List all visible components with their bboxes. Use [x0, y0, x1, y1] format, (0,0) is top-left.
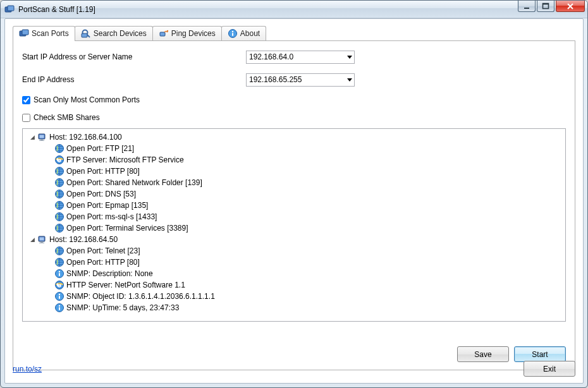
tree-item-row[interactable]: Open Port: Shared Network Folder [139] — [27, 177, 561, 188]
end-ip-value: 192.168.65.255 — [247, 75, 345, 84]
tree-item-label: Open Port: Epmap [135] — [66, 200, 148, 211]
tab-scan-ports[interactable]: Scan Ports — [13, 26, 75, 41]
tree-item-row[interactable]: Open Port: Telnet [23] — [27, 245, 561, 257]
tree-item-row[interactable]: Open Port: Epmap [135] — [27, 200, 561, 211]
ie-icon — [54, 280, 64, 290]
info-icon — [54, 269, 64, 279]
exit-button[interactable]: Exit — [524, 361, 575, 377]
globe-icon — [54, 246, 64, 256]
titlebar[interactable]: PortScan & Stuff [1.19] — [1, 1, 587, 18]
tree-item-label: Open Port: HTTP [80] — [66, 166, 140, 177]
globe-icon — [54, 212, 64, 222]
app-window: PortScan & Stuff [1.19] Scan Ports Searc… — [0, 0, 588, 388]
start-ip-label: Start IP Address or Server Name — [22, 52, 246, 61]
tree-item-label: Open Port: HTTP [80] — [66, 257, 140, 268]
tree-item-label: Open Port: Telnet [23] — [66, 245, 140, 257]
tree-item-row[interactable]: SNMP: Object ID: 1.3.6.1.4.1.2036.6.1.1.… — [27, 291, 561, 302]
tree-item-row[interactable]: FTP Server: Microsoft FTP Service — [27, 154, 561, 166]
globe-icon — [54, 178, 64, 188]
results-tree[interactable]: ◢Host: 192.168.64.100Open Port: FTP [21]… — [22, 128, 566, 322]
globe-icon — [54, 257, 64, 267]
tree-item-label: SNMP: Object ID: 1.3.6.1.4.1.2036.6.1.1.… — [66, 291, 215, 302]
tree-expander-icon[interactable]: ◢ — [29, 131, 35, 143]
tab-label: About — [240, 29, 260, 38]
tree-item-row[interactable]: Open Port: HTTP [80] — [27, 257, 561, 268]
maximize-button[interactable] — [537, 1, 554, 12]
tree-host-label: Host: 192.168.64.50 — [49, 234, 118, 245]
close-button[interactable] — [556, 1, 585, 12]
tree-item-row[interactable]: HTTP Server: NetPort Software 1.1 — [27, 279, 561, 291]
scan-ports-panel: Start IP Address or Server Name 192.168.… — [13, 40, 575, 370]
search-devices-icon — [81, 28, 91, 39]
tree-expander-icon[interactable]: ◢ — [29, 234, 35, 245]
footer-link[interactable]: run.to/sz — [13, 365, 42, 373]
tree-item-row[interactable]: Open Port: Terminal Services [3389] — [27, 222, 561, 234]
app-icon — [4, 4, 15, 15]
tab-ping-devices[interactable]: Ping Devices — [152, 26, 222, 40]
tab-label: Ping Devices — [171, 29, 216, 38]
tree-item-label: Open Port: FTP [21] — [66, 143, 134, 154]
window-controls — [518, 1, 587, 18]
ping-devices-icon — [159, 28, 169, 39]
client-area: Scan Ports Search Devices Ping Devices A… — [4, 18, 584, 384]
tree-item-label: Open Port: Terminal Services [3389] — [66, 222, 188, 234]
start-ip-combobox[interactable]: 192.168.64.0 — [246, 51, 355, 64]
tree-item-row[interactable]: Open Port: DNS [53] — [27, 188, 561, 200]
scan-ports-icon — [19, 28, 29, 39]
minimize-button[interactable] — [518, 1, 536, 12]
tree-item-label: Open Port: ms-sql-s [1433] — [66, 211, 157, 222]
tab-search-devices[interactable]: Search Devices — [75, 26, 153, 40]
host-icon — [37, 234, 47, 245]
tree-item-row[interactable]: Open Port: FTP [21] — [27, 143, 561, 154]
end-ip-combobox[interactable]: 192.168.65.255 — [246, 73, 355, 87]
tab-about[interactable]: About — [221, 26, 266, 40]
scan-common-ports-label: Scan Only Most Common Ports — [34, 95, 140, 104]
tree-item-row[interactable]: SNMP: UpTime: 5 days, 23:47:33 — [27, 302, 561, 313]
start-button[interactable]: Start — [514, 346, 566, 362]
ie-icon — [54, 155, 64, 165]
tree-item-label: FTP Server: Microsoft FTP Service — [66, 154, 184, 166]
info-icon — [54, 291, 64, 301]
tree-host-row[interactable]: ◢Host: 192.168.64.100 — [27, 131, 561, 143]
about-icon — [228, 28, 238, 39]
window-title: PortScan & Stuff [1.19] — [18, 5, 518, 14]
tab-label: Scan Ports — [32, 29, 69, 38]
check-smb-shares-label: Check SMB Shares — [34, 113, 100, 122]
tree-item-label: HTTP Server: NetPort Software 1.1 — [66, 279, 185, 291]
tab-label: Search Devices — [94, 29, 147, 38]
tree-item-label: Open Port: DNS [53] — [66, 188, 136, 200]
globe-icon — [54, 223, 64, 233]
tree-item-label: Open Port: Shared Network Folder [139] — [66, 177, 202, 188]
globe-icon — [54, 143, 64, 154]
tree-host-row[interactable]: ◢Host: 192.168.64.50 — [27, 234, 561, 245]
end-ip-label: End IP Address — [22, 75, 246, 84]
globe-icon — [54, 189, 64, 199]
globe-icon — [54, 166, 64, 176]
tree-item-row[interactable]: SNMP: Description: None — [27, 268, 561, 279]
save-button[interactable]: Save — [457, 346, 509, 362]
footer: run.to/sz Exit — [13, 361, 575, 377]
tree-item-label: SNMP: Description: None — [66, 268, 153, 279]
globe-icon — [54, 200, 64, 210]
info-icon — [54, 303, 64, 313]
scan-common-ports-checkbox[interactable] — [22, 96, 30, 104]
tree-item-row[interactable]: Open Port: ms-sql-s [1433] — [27, 211, 561, 222]
tree-item-label: SNMP: UpTime: 5 days, 23:47:33 — [66, 302, 179, 313]
chevron-down-icon[interactable] — [345, 76, 354, 83]
chevron-down-icon[interactable] — [345, 53, 354, 61]
start-ip-value: 192.168.64.0 — [247, 52, 345, 61]
tree-item-row[interactable]: Open Port: HTTP [80] — [27, 166, 561, 177]
tree-host-label: Host: 192.168.64.100 — [49, 131, 122, 143]
check-smb-shares-checkbox[interactable] — [22, 114, 30, 122]
tabs-bar: Scan Ports Search Devices Ping Devices A… — [13, 25, 575, 40]
host-icon — [37, 132, 47, 142]
